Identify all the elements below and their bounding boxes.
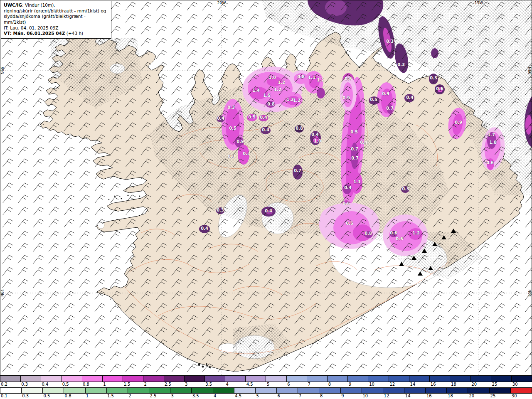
colorbar-tick-label: 5 (267, 382, 269, 387)
precip-value-label: 1.0 (268, 75, 276, 80)
model-name: UWC/IG (4, 2, 22, 7)
colorbar-cell (328, 376, 348, 382)
colorbar-tick-label: 0.3 (22, 394, 29, 398)
colorbar-cell (149, 388, 170, 393)
latitude-label: N64 (0, 289, 5, 297)
valid-time: VT: Mán. 06.01.2025 04Z (+43 h) (4, 31, 108, 37)
precip-value-label: 0.6 (342, 201, 350, 206)
colorbar-tick-label: 20 (471, 382, 477, 387)
precip-value-label: 1.2 (412, 231, 420, 235)
colorbar-tick-label: 3 (171, 394, 174, 398)
colorbar-cell (341, 388, 362, 393)
weather-forecast-map: 1.01.21.41.51.20.81.21.20.81.11.20.60.90… (0, 0, 532, 399)
colorbar-tick-label: 4.5 (235, 394, 241, 398)
colorbar-tick-label: 10 (362, 394, 368, 398)
precip-value-label: 0.8 (267, 102, 275, 106)
colorbar-tick-label: 14 (405, 394, 411, 398)
precip-value-label: 0.5 (248, 115, 256, 119)
precip-value-label: 0.8 (365, 231, 372, 236)
colorbar-tick-label: 3 (185, 382, 187, 387)
precip-value-label: 1.2 (278, 80, 285, 85)
colorbar-tick-label: 4.5 (246, 382, 253, 387)
precip-value-label: 0.7 (351, 156, 359, 160)
colorbar-tick-label: 8 (328, 382, 331, 387)
colorbar-cell (0, 376, 21, 382)
longitude-label: 15W (475, 1, 483, 5)
colorbar-cell (470, 376, 491, 382)
precip-value-label: 0.5 (229, 126, 236, 131)
colorbar-legend: 0.20.30.40.50.811.522.533.544.5567891012… (0, 376, 532, 399)
precip-value-label: 1.4 (252, 88, 260, 93)
colorbar-tick-label: 9 (349, 382, 351, 387)
precip-value-label: 0.7 (294, 168, 301, 173)
colorbar-tick-label: 0.5 (43, 394, 50, 398)
precip-value-label: 1.2 (274, 87, 281, 92)
colorbar-tick-label: 18 (451, 382, 456, 387)
colorbar-cell (62, 376, 82, 382)
precip-value-label: 1.2 (293, 98, 300, 103)
colorbar-tick-label: 6 (287, 382, 290, 387)
latitude-label: N64 (527, 289, 532, 297)
colorbar-rain-labels: 0.10.30.50.811.522.533.544.5567891012141… (0, 394, 532, 399)
colorbar-tick-label: 20 (469, 394, 474, 398)
precip-value-label: 0.3 (243, 151, 250, 156)
colorbar-tick-label: 30 (512, 382, 518, 387)
colorbar-tick-label: 1.5 (123, 382, 130, 387)
info-snow-legend: slydda/snjókoma (grátt/bleikt/grænt - mm… (4, 14, 108, 25)
latitude-label: N66 (0, 67, 5, 74)
colorbar-cell (389, 376, 409, 382)
colorbar-tick-label: 18 (448, 394, 453, 398)
precip-value-label: 0.3 (217, 208, 224, 212)
colorbar-cell (426, 388, 447, 393)
colorbar-tick-label: 5 (256, 394, 259, 398)
colorbar-tick-label: 3.5 (192, 394, 199, 398)
precip-value-label: 1.2 (317, 78, 324, 82)
precip-value-label: 0.6 (486, 160, 494, 165)
forecast-info-box: UWC/IG: Vindur (10m), rigning/skúrir (gr… (1, 1, 111, 39)
colorbar-cell (348, 376, 368, 382)
info-title: UWC/IG: Vindur (10m), (4, 2, 108, 8)
colorbar-cell (404, 388, 426, 393)
precip-value-label: 0.3 (402, 187, 409, 191)
colorbar-tick-label: 30 (512, 394, 517, 398)
colorbar-tick-label: 0.8 (65, 394, 71, 398)
precip-value-label: 0.6 (390, 231, 397, 235)
colorbar-cell (447, 388, 468, 393)
colorbar-tick-label: 9 (341, 394, 344, 398)
info-title-rest: : Vindur (10m), (22, 2, 55, 7)
info-rain-legend: rigning/skúrir (grænt/blátt/rautt - mm/1… (4, 8, 108, 14)
precip-value-label: 1.8 (489, 140, 497, 145)
colorbar-cell (266, 376, 286, 382)
precip-value-label: 0.3 (228, 154, 235, 159)
precip-value-label: 1.7 (488, 133, 495, 137)
colorbar-cell (82, 376, 103, 382)
colorbar-tick-label: 7 (308, 382, 310, 387)
colorbar-cell (256, 388, 277, 393)
colorbar-cell (41, 376, 62, 382)
colorbar-cell (491, 376, 512, 382)
colorbar-cell (298, 388, 319, 393)
precip-value-label: 0.4 (217, 116, 224, 121)
precip-value-label: 0.4 (360, 140, 367, 145)
precip-value-label: 0.6 (436, 86, 443, 91)
colorbar-cell (185, 376, 205, 382)
precip-value-label: 0.8 (296, 126, 303, 131)
precip-value-label: 0.8 (297, 74, 305, 79)
colorbar-cell (287, 376, 307, 382)
wind-barbs-layer (0, 0, 532, 376)
colorbar-cell (225, 376, 246, 382)
colorbar-rain: 0.10.30.50.811.522.533.544.5567891012141… (0, 387, 532, 399)
precip-value-label: 0.9 (382, 91, 389, 96)
colorbar-cell (246, 376, 266, 382)
colorbar-cell (22, 388, 43, 393)
colorbar-tick-label: 7 (299, 394, 301, 398)
latitude-label: N66 (527, 67, 532, 74)
valid-time-offset: (+43 h) (65, 31, 84, 36)
precip-value-label: 0.3 (227, 105, 235, 110)
precip-value-label: 1.1 (308, 75, 315, 80)
colorbar-cell (0, 388, 22, 393)
colorbar-cell (64, 388, 85, 393)
precip-value-label: 0.9 (455, 120, 462, 125)
colorbar-tick-label: 0.5 (62, 382, 69, 387)
colorbar-tick-label: 6 (278, 394, 280, 398)
